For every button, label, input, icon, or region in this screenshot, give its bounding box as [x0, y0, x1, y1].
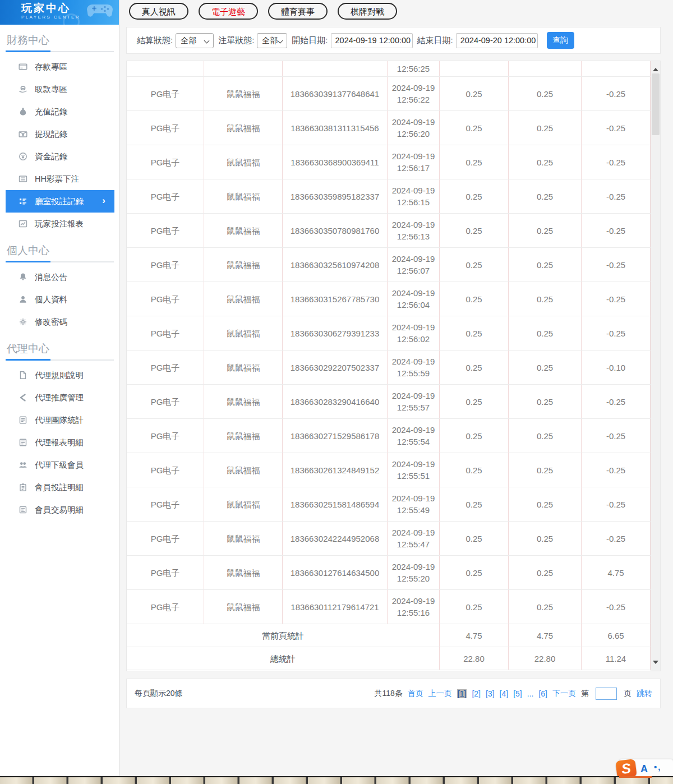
scroll-up-icon[interactable]	[653, 65, 658, 71]
last-page-link[interactable]: [6]	[538, 689, 547, 698]
document-icon	[19, 371, 27, 380]
sidebar-item-2-0[interactable]: 代理規則說明	[0, 364, 119, 386]
sidebar-item-label: 會員投註明細	[35, 482, 84, 493]
time-cell: 12:56:25	[388, 61, 440, 76]
table-row: PG电子 鼠鼠福福 1836630283290416640 2024-09-19…	[127, 385, 651, 419]
page-link-3[interactable]: [3]	[486, 689, 495, 698]
sidebar-item-2-4[interactable]: 代理下級會員	[0, 454, 119, 476]
taskbar-buttons[interactable]	[0, 777, 673, 784]
sidebar-item-0-0[interactable]: 存款專區	[0, 56, 119, 78]
sidebar-item-2-5[interactable]: 會員投註明細	[0, 476, 119, 499]
order-id-cell: 1836630112179614721	[283, 590, 388, 624]
sidebar-item-label: 個人資料	[35, 294, 67, 305]
sidebar-item-0-2[interactable]: 充值記錄	[0, 100, 119, 123]
category-tabs: 真人視訊電子遊藝體育賽事棋牌對戰	[120, 0, 673, 20]
sidebar-item-0-4[interactable]: 資金記錄	[0, 145, 119, 168]
order-status-select[interactable]: 全部	[257, 33, 287, 48]
valid-bet-cell: 0.25	[509, 556, 582, 589]
winloss-cell: -0.25	[582, 145, 651, 179]
order-id-cell: 1836630292207502337	[283, 351, 388, 384]
winloss-cell: -0.25	[582, 214, 651, 247]
scroll-down-icon[interactable]	[653, 661, 658, 667]
order-id-cell: 1836630251581486594	[283, 487, 388, 521]
game-cell	[204, 61, 283, 76]
page-summary-winloss: 6.65	[582, 624, 651, 647]
sidebar-item-2-3[interactable]: 代理報表明細	[0, 431, 119, 454]
order-id-cell: 1836630359895182337	[283, 179, 388, 213]
order-id-cell: 1836630127614634500	[283, 556, 388, 589]
order-status-value: 全部	[262, 36, 278, 45]
sidebar-item-label: 代理推廣管理	[35, 393, 84, 403]
provider-cell: PG电子	[127, 419, 204, 453]
sidebar-item-0-3[interactable]: 提現記錄	[0, 123, 119, 145]
prev-page-link[interactable]: 上一页	[428, 689, 452, 699]
jump-page-input[interactable]	[596, 688, 617, 700]
time-cell: 2024-09-19 12:56:04	[388, 282, 440, 316]
order-id-cell: 1836630306279391233	[283, 316, 388, 350]
winloss-cell: -0.25	[582, 316, 651, 350]
total-summary-label: 總統計	[127, 647, 440, 670]
game-cell: 鼠鼠福福	[204, 214, 283, 247]
cash-envelope-icon	[19, 130, 27, 139]
sidebar-item-2-1[interactable]: 代理推廣管理	[0, 386, 119, 409]
winloss-cell: -0.25	[582, 419, 651, 453]
search-button[interactable]: 查詢	[547, 32, 574, 49]
settle-status-select[interactable]: 全部	[176, 33, 214, 48]
page-link-5[interactable]: [5]	[513, 689, 522, 698]
start-date-input[interactable]	[331, 33, 413, 48]
sidebar-item-1-1[interactable]: 個人資料	[0, 288, 119, 311]
table-row: PG电子 鼠鼠福福 1836630391377648641 2024-09-19…	[127, 77, 651, 111]
next-page-link[interactable]: 下一页	[552, 689, 576, 699]
page-number-links: [1][2][3][4][5]	[457, 689, 522, 698]
table-row: PG电子 鼠鼠福福 1836630292207502337 2024-09-19…	[127, 351, 651, 385]
provider-cell: PG电子	[127, 145, 204, 179]
table-scrollbar[interactable]	[651, 61, 660, 671]
bet-cell: 0.25	[440, 214, 509, 247]
first-page-link[interactable]: 首页	[408, 689, 423, 699]
ime-mode-letter[interactable]: A	[640, 763, 648, 775]
settle-status-label: 結算狀態:	[137, 35, 173, 46]
bet-cell: 0.25	[440, 77, 509, 110]
page-link-1[interactable]: [1]	[457, 689, 467, 698]
bet-cell: 0.25	[440, 316, 509, 350]
sidebar-item-0-1[interactable]: 取款專區	[0, 78, 119, 100]
time-cell: 2024-09-19 12:56:15	[388, 179, 440, 213]
moneybag-icon	[19, 107, 27, 116]
tab-2[interactable]: 體育賽事	[268, 3, 328, 20]
bet-cell: 0.25	[440, 385, 509, 418]
jump-action-link[interactable]: 跳转	[637, 689, 652, 699]
valid-bet-cell: 0.25	[509, 453, 582, 487]
page-link-4[interactable]: [4]	[500, 689, 509, 698]
sidebar-item-2-2[interactable]: 代理團隊統計	[0, 409, 119, 431]
tab-0[interactable]: 真人視訊	[129, 3, 188, 20]
sidebar-item-2-6[interactable]: 會員交易明細	[0, 499, 119, 521]
ime-punctuation-icon[interactable]: •,	[654, 762, 661, 772]
sidebar-item-1-0[interactable]: 消息公告	[0, 266, 119, 288]
sidebar-item-1-2[interactable]: 修改密碼	[0, 311, 119, 333]
valid-bet-cell: 0.25	[509, 385, 582, 418]
order-id-cell: 1836630381311315456	[283, 111, 388, 145]
game-cell: 鼠鼠福福	[204, 145, 283, 179]
sidebar-item-0-6[interactable]: 廳室投註記錄 ›	[6, 190, 114, 213]
winloss-cell: -0.25	[582, 77, 651, 110]
time-cell: 2024-09-19 12:55:47	[388, 522, 440, 555]
scrollbar-thumb[interactable]	[652, 73, 660, 135]
sidebar-item-0-7[interactable]: 玩家投注報表	[0, 213, 119, 235]
provider-cell	[127, 61, 204, 76]
order-id-cell: 1836630315267785730	[283, 282, 388, 316]
jump-suffix-label: 页	[624, 689, 631, 699]
winloss-cell	[582, 61, 651, 76]
sidebar-item-label: 充值記錄	[35, 107, 67, 117]
time-cell: 2024-09-19 12:55:54	[388, 419, 440, 453]
end-date-input[interactable]	[456, 33, 538, 48]
section-underline	[6, 261, 114, 262]
sidebar-item-0-5[interactable]: HH彩票下注	[0, 168, 119, 190]
start-date-label: 開始日期:	[292, 35, 328, 46]
provider-cell: PG电子	[127, 556, 204, 589]
tab-3[interactable]: 棋牌對戰	[338, 3, 397, 20]
taskbar[interactable]	[0, 776, 673, 784]
time-cell: 2024-09-19 12:56:17	[388, 145, 440, 179]
tab-1[interactable]: 電子遊藝	[199, 3, 258, 20]
table-row: PG电子 鼠鼠福福 1836630271529586178 2024-09-19…	[127, 419, 651, 453]
page-link-2[interactable]: [2]	[472, 689, 481, 698]
